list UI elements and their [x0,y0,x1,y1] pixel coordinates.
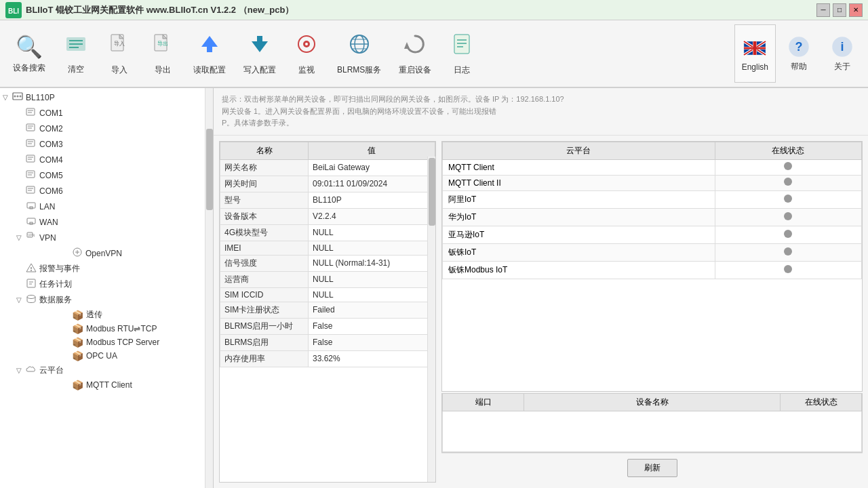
maximize-btn[interactable]: □ [833,3,846,17]
svg-rect-15 [257,36,262,41]
about-btn[interactable]: i 关于 [822,24,863,83]
com6-label: COM6 [39,186,63,196]
title-bar: BLI BLIIoT 锟铰工业网关配置软件 www.BLIIoT.cn V1.2… [0,0,868,20]
read-config-btn[interactable]: 读取配置 [186,24,233,83]
info-panel: 名称 值 网关名称BeiLai Gateway网关时间09:01:11 01/0… [219,141,436,483]
english-icon [743,36,767,62]
search-btn[interactable]: 🔍 设备搜索 [5,24,53,83]
search-icon: 🔍 [16,34,43,60]
clear-btn[interactable]: 清空 [56,24,96,83]
sidebar-item-com3[interactable]: COM3 [14,136,213,152]
info-table-wrapper[interactable]: 名称 值 网关名称BeiLai Gateway网关时间09:01:11 01/0… [220,142,435,482]
write-config-label: 写入配置 [243,64,276,76]
sidebar-item-cloudplatform[interactable]: ▽ 云平台 [14,363,213,378]
table-row: SIM ICCIDNULL [220,287,435,302]
cloud-platform-name: 钣铢IoT [443,243,715,261]
restart-icon [403,32,427,62]
blrms-btn[interactable]: BLRMS服务 [330,24,389,83]
table-row: 型号BL110P [220,192,435,208]
import-icon: 导入 [107,32,132,62]
refresh-bar: 刷新 [441,453,863,483]
sidebar-item-dataservice[interactable]: ▽ 数据服务 [14,292,213,308]
toggle-vpn[interactable]: ▽ [16,234,26,241]
sidebar-item-modbus-rtu-tcp[interactable]: 📦 Modbus RTU⇌TCP [27,322,213,336]
sidebar-scroll-thumb[interactable] [206,129,213,210]
monitor-btn[interactable]: 监视 [286,24,327,83]
search-label: 设备搜索 [13,62,45,74]
svg-text:导出: 导出 [157,41,168,47]
row-value: BL110P [309,192,435,208]
vpn-label: VPN [39,233,56,243]
export-label: 导出 [155,64,171,76]
sidebar-item-com1[interactable]: COM1 [14,105,213,121]
svg-rect-67 [27,218,35,224]
sidebar-scrollbar[interactable] [205,88,213,488]
export-btn[interactable]: 导出 导出 [142,24,183,83]
english-btn[interactable]: English [734,24,776,83]
info-scroll-thumb[interactable] [429,158,435,226]
restart-label: 重启设备 [399,64,431,76]
sidebar-item-transmit[interactable]: 📦 透传 [27,308,213,322]
modbus-tcp-server-label: Modbus TCP Server [86,338,159,347]
sidebar-item-opc-ua[interactable]: 📦 OPC UA [27,349,213,363]
sidebar-item-com2[interactable]: COM2 [14,121,213,136]
english-label: English [742,62,768,72]
table-row: SIM卡注册状态Failed [220,302,435,318]
cloud-status-cell [715,175,861,190]
restart-btn[interactable]: 重启设备 [391,24,439,83]
minimize-btn[interactable]: ─ [816,3,830,17]
sidebar-item-task[interactable]: 任务计划 [14,277,213,292]
sidebar-item-mqtt-client[interactable]: 📦 MQTT Client [27,378,213,392]
cloud-table: 云平台 在线状态 MQTT ClientMQTT Client II阿里IoT华… [442,142,862,279]
sidebar-item-com6[interactable]: COM6 [14,183,213,199]
cloud-status-cell [715,190,861,208]
sidebar-item-bl110p[interactable]: ▽ BL110P [0,89,213,105]
help-btn[interactable]: ? 帮助 [778,24,819,83]
table-row: 网关时间09:01:11 01/09/2024 [220,176,435,192]
svg-text:VPN: VPN [28,233,35,237]
sidebar-item-com4[interactable]: COM4 [14,152,213,167]
sidebar-item-modbus-tcp-server[interactable]: 📦 Modbus TCP Server [27,336,213,349]
import-btn[interactable]: 导入 导入 [99,24,140,83]
import-label: 导入 [111,64,127,76]
svg-text:?: ? [795,40,803,54]
log-btn[interactable]: 日志 [441,24,482,83]
cloud-platform-name: 亚马逊IoT [443,226,715,243]
sidebar-item-openvpn[interactable]: OpenVPN [27,245,213,261]
refresh-button[interactable]: 刷新 [627,459,677,477]
svg-rect-47 [26,108,35,115]
log-label: 日志 [454,64,470,76]
svg-rect-5 [69,47,79,48]
main-layout: ▽ BL110P COM1 [0,88,868,488]
svg-point-46 [20,96,22,98]
sidebar-item-com5[interactable]: COM5 [14,167,213,183]
row-value: V2.2.4 [309,208,435,224]
row-name: 信号强度 [220,255,309,271]
toggle-bl110p[interactable]: ▽ [3,94,12,101]
sidebar-item-vpn[interactable]: ▽ VPN VPN [14,230,213,245]
cloud-row: 阿里IoT [443,190,862,208]
svg-rect-53 [26,140,35,146]
com5-label: COM5 [39,171,63,180]
toggle-dataservice[interactable]: ▽ [16,296,26,304]
svg-marker-12 [201,36,218,47]
svg-rect-59 [26,171,35,178]
cloud-platform-name: MQTT Client II [443,175,715,190]
close-btn[interactable]: ✕ [849,3,863,17]
status-dot [784,195,792,203]
row-value: 33.62% [309,350,435,367]
cloud-status-cell [715,208,861,226]
info-table-scrollbar[interactable] [427,157,435,482]
modbus-rtu-tcp-label: Modbus RTU⇌TCP [86,324,157,333]
write-config-btn[interactable]: 写入配置 [236,24,283,83]
right-panels: 云平台 在线状态 MQTT ClientMQTT Client II阿里IoT华… [441,141,863,483]
alert-label: 报警与事件 [39,263,80,274]
toggle-cloudplatform[interactable]: ▽ [16,367,26,374]
help-label: 帮助 [791,61,807,73]
about-label: 关于 [834,61,850,73]
com3-label: COM3 [39,140,63,149]
sidebar-item-wan[interactable]: WAN [14,214,213,230]
sidebar-item-alert[interactable]: 报警与事件 [14,261,213,277]
sidebar-item-lan[interactable]: LAN [14,199,213,214]
svg-text:BLI: BLI [8,7,19,15]
